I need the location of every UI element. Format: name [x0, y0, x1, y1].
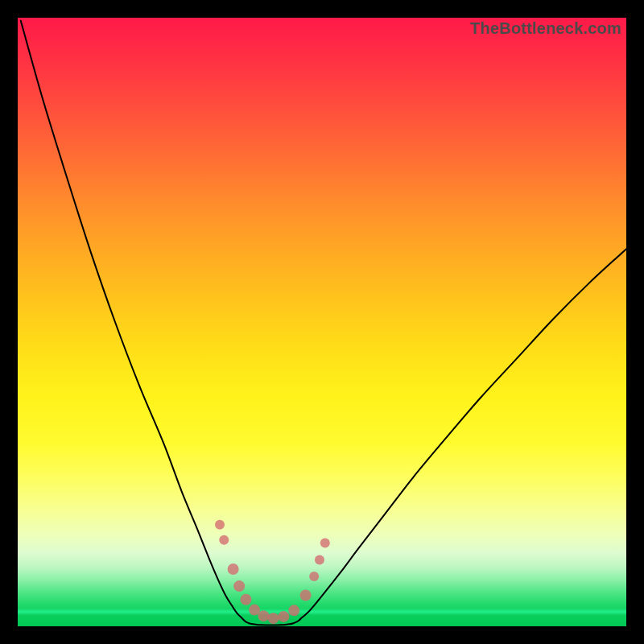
outer-frame: TheBottleneck.com — [0, 0, 644, 644]
chart-svg — [18, 18, 626, 626]
marker-dot — [268, 613, 279, 624]
marker-dot — [228, 564, 239, 575]
marker-dot — [288, 605, 299, 616]
marker-dot — [233, 580, 245, 592]
marker-dot — [215, 520, 225, 530]
marker-dot — [320, 538, 330, 547]
marker-dot — [300, 589, 312, 601]
marker-dot — [309, 572, 319, 581]
bottleneck-curve — [21, 21, 626, 625]
marker-dot — [258, 610, 269, 621]
marker-dot — [241, 594, 252, 605]
plot-area: TheBottleneck.com — [18, 18, 626, 626]
watermark-text: TheBottleneck.com — [470, 19, 621, 38]
marker-dot — [315, 555, 324, 565]
marker-dot — [219, 535, 229, 545]
marker-dot — [278, 611, 289, 622]
